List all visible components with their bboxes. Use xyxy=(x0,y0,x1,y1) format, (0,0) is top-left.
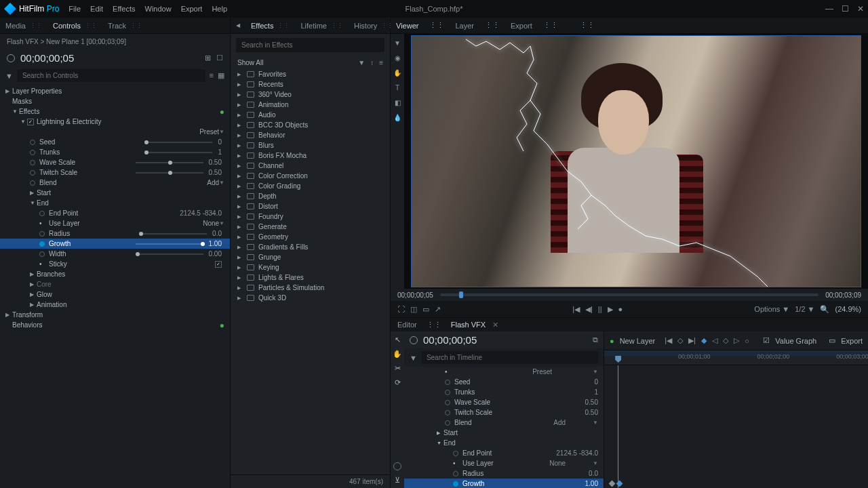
row-animation[interactable]: Animation xyxy=(0,300,230,310)
clock-icon[interactable] xyxy=(410,336,418,344)
icon-b[interactable]: ☐ xyxy=(216,54,223,62)
minimize-icon[interactable]: — xyxy=(825,4,833,14)
zoom-icon[interactable]: 🔍 xyxy=(820,305,829,314)
row-seed[interactable]: Seed0 xyxy=(0,137,230,147)
fx-dd-icon[interactable]: ▼ xyxy=(358,59,365,66)
row-glow[interactable]: Glow xyxy=(0,289,230,300)
viewer-timeline[interactable]: 00;00;00;05 00;00;03;09 xyxy=(391,289,868,301)
tl-wavescale[interactable]: Wave Scale0.50 xyxy=(404,397,604,407)
tl-end[interactable]: ▼End xyxy=(404,438,604,448)
row-sticky[interactable]: •Sticky xyxy=(0,259,230,269)
row-effects[interactable]: Effects● xyxy=(0,106,230,117)
row-blend[interactable]: BlendAdd▼ xyxy=(0,178,230,188)
ratio-dropdown[interactable]: 1/2 ▼ xyxy=(795,305,814,313)
pause-icon[interactable]: || xyxy=(598,305,602,313)
gear-icon[interactable] xyxy=(393,462,401,470)
menu-file[interactable]: File xyxy=(68,5,81,13)
row-behaviors[interactable]: Behaviors● xyxy=(0,320,230,330)
kf-linear-icon[interactable]: ◇ xyxy=(723,336,728,345)
filter-icon[interactable]: ▼ xyxy=(5,72,13,80)
row-core[interactable]: Core xyxy=(0,279,230,289)
tab-controls[interactable]: Controls xyxy=(53,19,81,33)
viewport[interactable] xyxy=(404,34,868,289)
fx-folder[interactable]: ▶Color Correction xyxy=(231,171,390,181)
icon-a[interactable]: ⊞ xyxy=(205,54,211,62)
tab-effects[interactable]: Effects xyxy=(251,19,273,33)
menu-export[interactable]: Export xyxy=(181,5,203,13)
tl-filter-icon[interactable]: ▼ xyxy=(410,354,417,362)
tool-text-icon[interactable]: T xyxy=(393,83,402,92)
value-graph-label[interactable]: Value Graph xyxy=(775,337,816,345)
menu-edit[interactable]: Edit xyxy=(90,5,103,13)
row-layer-properties[interactable]: Layer Properties xyxy=(0,86,230,96)
fx-folder[interactable]: ▶Geometry xyxy=(231,232,390,242)
sticky-checkbox[interactable] xyxy=(215,261,222,268)
tl-radius[interactable]: Radius0.0 xyxy=(404,468,604,479)
editor-timecode[interactable]: 00;00;00;05 xyxy=(423,334,477,346)
fx-sort-icon[interactable]: ↕ xyxy=(370,59,374,66)
row-trunks[interactable]: Trunks1 xyxy=(0,147,230,157)
hand-tool-icon[interactable]: ✋ xyxy=(393,350,402,359)
tab-export[interactable]: Export xyxy=(511,19,532,33)
menu-help[interactable]: Help xyxy=(212,5,227,13)
pointer-tool-icon[interactable]: ↖ xyxy=(395,336,401,344)
row-masks[interactable]: Masks xyxy=(0,96,230,106)
row-preset[interactable]: Preset▼ xyxy=(0,127,230,137)
collapse-icon[interactable]: ⊻ xyxy=(395,476,400,485)
tl-growth[interactable]: Growth1.00 xyxy=(404,479,604,488)
lightning-checkbox[interactable] xyxy=(27,119,34,125)
tab-flashvfx[interactable]: Flash VFX xyxy=(451,318,486,331)
record-icon[interactable]: ● xyxy=(618,305,623,313)
snap-tool-icon[interactable]: ⟳ xyxy=(395,378,401,387)
fx-folder[interactable]: ▶Behavior xyxy=(231,130,390,140)
add-effect-icon[interactable]: ● xyxy=(220,107,224,117)
kf-ease-out-icon[interactable]: ▷ xyxy=(734,336,739,345)
tool-marker-icon[interactable]: ▼ xyxy=(393,38,402,47)
fx-folder[interactable]: ▶Quick 3D xyxy=(231,293,390,303)
tool-select-icon[interactable]: ◉ xyxy=(393,53,402,62)
fx-folder[interactable]: ▶Favorites xyxy=(231,69,390,79)
fx-folder[interactable]: ▶Keying xyxy=(231,262,390,272)
show-all-dropdown[interactable]: Show All xyxy=(237,59,263,66)
value-graph-checkbox[interactable]: ☑ xyxy=(763,336,770,345)
controls-timecode[interactable]: 00;00;00;05 xyxy=(20,52,74,64)
add-behavior-icon[interactable]: ● xyxy=(220,321,224,330)
fx-folder[interactable]: ▶Generate xyxy=(231,222,390,232)
tl-trunks[interactable]: Trunks1 xyxy=(404,387,604,397)
row-start[interactable]: Start xyxy=(0,188,230,198)
row-endpoint[interactable]: End Point2124.5 -834.0 xyxy=(0,208,230,218)
tab-track[interactable]: Track xyxy=(108,19,126,33)
export-icon[interactable]: ▭ xyxy=(829,336,835,345)
tl-uselayer[interactable]: •Use LayerNone▼ xyxy=(404,458,604,468)
row-end[interactable]: End xyxy=(0,198,230,208)
fx-folder[interactable]: ▶Boris FX Mocha xyxy=(231,150,390,161)
kf-diamond-icon[interactable]: ◆ xyxy=(701,336,707,345)
row-width[interactable]: Width0.00 xyxy=(0,249,230,259)
slice-tool-icon[interactable]: ✂ xyxy=(395,364,401,373)
list-icon[interactable]: ≡ xyxy=(210,71,214,80)
kf-prev-icon[interactable]: |◀ xyxy=(665,336,672,345)
close-tab-icon[interactable]: ✕ xyxy=(492,321,498,329)
full-screen-icon[interactable]: ⛶ xyxy=(397,305,405,313)
row-lightning[interactable]: Lightning & Electricity xyxy=(0,117,230,127)
maximize-icon[interactable]: ☐ xyxy=(842,4,849,14)
clock-icon[interactable] xyxy=(7,54,15,62)
export-frame-icon[interactable]: ↗ xyxy=(435,305,441,314)
tl-start[interactable]: ▶Start xyxy=(404,428,604,438)
tl-endpoint[interactable]: End Point2124.5 -834.0 xyxy=(404,448,604,458)
fx-folder[interactable]: ▶Recents xyxy=(231,79,390,89)
row-radius[interactable]: Radius0.0 xyxy=(0,228,230,239)
fx-folder[interactable]: ▶Distort xyxy=(231,201,390,211)
add-layer-icon[interactable]: ● xyxy=(610,337,614,345)
search-controls-input[interactable] xyxy=(17,69,205,82)
kf-next-icon[interactable]: ▶| xyxy=(688,336,696,345)
fx-menu-icon[interactable]: ≡ xyxy=(379,59,383,66)
row-branches[interactable]: Branches xyxy=(0,269,230,279)
fx-folder[interactable]: ▶Foundry xyxy=(231,211,390,222)
crop-icon[interactable]: ◫ xyxy=(410,305,417,314)
search-timeline-input[interactable] xyxy=(421,351,598,364)
tool-mask-icon[interactable]: ◧ xyxy=(393,98,402,107)
tl-preset[interactable]: •Preset▼ xyxy=(404,367,604,377)
prev-frame-icon[interactable]: |◀ xyxy=(572,305,580,314)
fx-folder[interactable]: ▶Audio xyxy=(231,110,390,120)
